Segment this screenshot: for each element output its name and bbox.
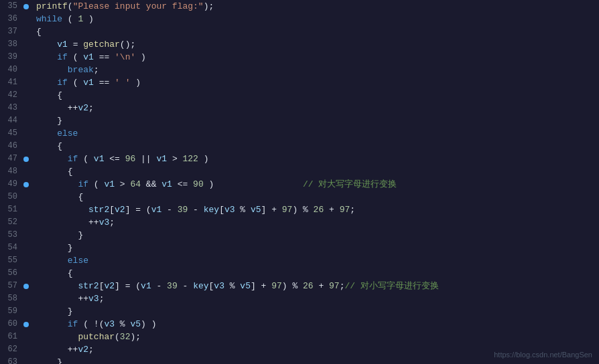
line-number: 48 — [0, 165, 21, 178]
table-row: 58 ++v3; — [0, 292, 599, 305]
watermark: https://blog.csdn.net/BangSen — [494, 351, 592, 359]
code-line: break; — [31, 64, 599, 76]
table-row: 39 if ( v1 == '\n' ) — [0, 51, 599, 64]
line-number: 37 — [0, 25, 21, 38]
breakpoint-dot[interactable] — [21, 305, 31, 318]
code-line: else — [31, 254, 599, 267]
table-row: 42 { — [0, 89, 599, 102]
line-number: 61 — [0, 331, 21, 343]
code-line: else — [31, 127, 599, 140]
table-row: 44 } — [0, 114, 599, 127]
code-line: { — [31, 191, 599, 203]
code-line: } — [31, 229, 599, 242]
code-line: } — [31, 114, 599, 127]
line-number: 56 — [0, 267, 21, 280]
line-number: 55 — [0, 254, 21, 267]
code-table: 35printf("Please input your flag:");36wh… — [0, 0, 599, 364]
table-row: 37{ — [0, 25, 599, 38]
code-line: { — [31, 140, 599, 153]
breakpoint-dot[interactable] — [21, 267, 31, 280]
line-number: 36 — [0, 13, 21, 25]
breakpoint-dot[interactable] — [21, 191, 31, 203]
table-row: 57 str2[v2] = (v1 - 39 - key[v3 % v5] + … — [0, 280, 599, 292]
table-row: 40 break; — [0, 64, 599, 76]
code-line: ++v3; — [31, 292, 599, 305]
line-number: 54 — [0, 242, 21, 254]
line-number: 46 — [0, 140, 21, 153]
breakpoint-dot[interactable] — [21, 64, 31, 76]
table-row: 61 putchar(32); — [0, 331, 599, 343]
breakpoint-dot[interactable] — [21, 356, 31, 364]
breakpoint-dot[interactable] — [21, 203, 31, 216]
line-number: 41 — [0, 76, 21, 89]
line-number: 57 — [0, 280, 21, 292]
line-number: 38 — [0, 38, 21, 51]
code-line: { — [31, 25, 599, 38]
breakpoint-dot[interactable] — [21, 292, 31, 305]
table-row: 50 { — [0, 191, 599, 203]
breakpoint-dot[interactable] — [21, 165, 31, 178]
code-line: { — [31, 89, 599, 102]
line-number: 59 — [0, 305, 21, 318]
breakpoint-dot[interactable] — [21, 25, 31, 38]
code-line: str2[v2] = (v1 - 39 - key[v3 % v5] + 97)… — [31, 280, 599, 292]
line-number: 51 — [0, 203, 21, 216]
code-line: if ( v1 == ' ' ) — [31, 76, 599, 89]
line-number: 60 — [0, 318, 21, 331]
breakpoint-dot[interactable] — [21, 280, 31, 292]
table-row: 49 if ( v1 > 64 && v1 <= 90 ) // 对大写字母进行… — [0, 178, 599, 191]
code-line: { — [31, 267, 599, 280]
line-number: 63 — [0, 356, 21, 364]
code-line: ++v2; — [31, 102, 599, 114]
breakpoint-dot[interactable] — [21, 331, 31, 343]
line-number: 42 — [0, 89, 21, 102]
table-row: 47 if ( v1 <= 96 || v1 > 122 ) — [0, 153, 599, 165]
table-row: 41 if ( v1 == ' ' ) — [0, 76, 599, 89]
code-line: printf("Please input your flag:"); — [31, 0, 599, 13]
table-row: 60 if ( !(v3 % v5) ) — [0, 318, 599, 331]
breakpoint-dot[interactable] — [21, 0, 31, 13]
breakpoint-dot[interactable] — [21, 102, 31, 114]
table-row: 36while ( 1 ) — [0, 13, 599, 25]
line-number: 47 — [0, 153, 21, 165]
table-row: 55 else — [0, 254, 599, 267]
line-number: 44 — [0, 114, 21, 127]
line-number: 49 — [0, 178, 21, 191]
line-number: 40 — [0, 64, 21, 76]
breakpoint-dot[interactable] — [21, 38, 31, 51]
code-line: putchar(32); — [31, 331, 599, 343]
breakpoint-dot[interactable] — [21, 114, 31, 127]
breakpoint-dot[interactable] — [21, 343, 31, 356]
code-line: v1 = getchar(); — [31, 38, 599, 51]
line-number: 58 — [0, 292, 21, 305]
table-row: 43 ++v2; — [0, 102, 599, 114]
breakpoint-dot[interactable] — [21, 229, 31, 242]
breakpoint-dot[interactable] — [21, 127, 31, 140]
line-number: 53 — [0, 229, 21, 242]
breakpoint-dot[interactable] — [21, 254, 31, 267]
code-line: while ( 1 ) — [31, 13, 599, 25]
table-row: 38 v1 = getchar(); — [0, 38, 599, 51]
table-row: 52 ++v3; — [0, 216, 599, 229]
line-number: 45 — [0, 127, 21, 140]
code-line: if ( !(v3 % v5) ) — [31, 318, 599, 331]
breakpoint-dot[interactable] — [21, 153, 31, 165]
breakpoint-dot[interactable] — [21, 13, 31, 25]
breakpoint-dot[interactable] — [21, 89, 31, 102]
code-line: if ( v1 == '\n' ) — [31, 51, 599, 64]
table-row: 46 { — [0, 140, 599, 153]
table-row: 45 else — [0, 127, 599, 140]
breakpoint-dot[interactable] — [21, 242, 31, 254]
table-row: 54 } — [0, 242, 599, 254]
breakpoint-dot[interactable] — [21, 51, 31, 64]
breakpoint-dot[interactable] — [21, 216, 31, 229]
line-number: 62 — [0, 343, 21, 356]
breakpoint-dot[interactable] — [21, 76, 31, 89]
line-number: 35 — [0, 0, 21, 13]
breakpoint-dot[interactable] — [21, 318, 31, 331]
line-number: 43 — [0, 102, 21, 114]
code-line: if ( v1 <= 96 || v1 > 122 ) — [31, 153, 599, 165]
code-line: ++v3; — [31, 216, 599, 229]
breakpoint-dot[interactable] — [21, 140, 31, 153]
breakpoint-dot[interactable] — [21, 178, 31, 191]
